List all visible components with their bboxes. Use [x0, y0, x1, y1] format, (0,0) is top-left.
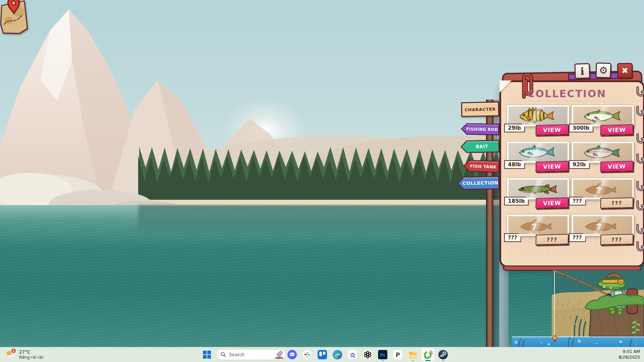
taskbar-app-slack[interactable] — [301, 348, 314, 361]
sign-post — [486, 100, 493, 347]
fish-weight-tag: 300lb — [569, 124, 593, 132]
windows-logo-icon — [203, 350, 211, 359]
clock-date: 8/28/2025 — [619, 355, 640, 360]
fish-hook-icon — [635, 200, 644, 213]
photoshop-icon: Ps — [378, 350, 387, 359]
bubble — [548, 343, 550, 345]
fish-photo-pike — [507, 178, 569, 199]
gear-icon: ⚙ — [599, 65, 608, 76]
fish-photo-amberjack — [572, 105, 634, 126]
fishing-game-icon — [423, 350, 433, 360]
bubble — [620, 341, 622, 343]
view-button[interactable]: VIEW — [536, 124, 569, 135]
fish-weight-tag: 48lb — [504, 160, 525, 169]
taskbar-app-file-explorer[interactable] — [406, 348, 420, 361]
fish-photo-mackerel — [507, 141, 569, 163]
question-icon: ? — [596, 222, 601, 232]
bobber-icon — [552, 335, 557, 343]
locked-button[interactable]: ??? — [600, 197, 634, 208]
view-button[interactable]: VIEW — [536, 161, 569, 172]
collection-panel: COLLECTION — [499, 80, 644, 267]
view-button[interactable]: VIEW — [536, 197, 569, 208]
tab-collection[interactable]: COLLECTION — [458, 176, 500, 190]
taskbar-app-chatgpt[interactable] — [361, 348, 374, 361]
question-icon: ? — [531, 222, 537, 232]
fish-photo-perch — [507, 105, 569, 126]
tab-label: COLLECTION — [459, 180, 498, 186]
fish-photo-trout — [572, 141, 634, 163]
search-placeholder: Search — [229, 352, 274, 357]
chatgpt-icon — [363, 350, 373, 360]
fish-hook-icon — [635, 181, 644, 194]
tab-label: CHARACTER — [465, 107, 496, 112]
fish-card-locked: ? ??? ??? — [507, 215, 569, 247]
taskbar-app-trello[interactable] — [316, 348, 329, 361]
taskbar-app-photoshop[interactable]: Ps — [376, 348, 389, 361]
tab-character[interactable]: CHARACTER — [461, 102, 499, 117]
fish-weight-tag: 29lb — [504, 124, 525, 132]
slack-icon — [302, 350, 312, 360]
bubble — [541, 343, 542, 344]
settings-button[interactable]: ⚙ — [595, 62, 611, 78]
taskbar-app-steam[interactable] — [436, 348, 450, 361]
taskbar: 3 27°C Nắng rải rác Search — [0, 347, 644, 362]
fish-card: 300lb VIEW — [572, 105, 634, 137]
weather-condition: Nắng rải rác — [19, 355, 44, 360]
taskbar-app-fishing-game[interactable] — [421, 348, 435, 361]
running-indicator — [442, 360, 444, 361]
fish-weight-tag: 92lb — [569, 160, 590, 169]
fish-photo-unknown: ? — [507, 215, 569, 236]
steam-icon — [438, 350, 448, 360]
panel-gap-shadow — [493, 100, 499, 347]
map-button[interactable] — [0, 0, 28, 35]
svg-text:Ps: Ps — [380, 353, 385, 357]
view-button[interactable]: VIEW — [600, 124, 634, 135]
taskbar-app-edge[interactable] — [331, 348, 344, 361]
notification-badge: 3 — [11, 348, 16, 353]
discord-icon — [287, 350, 297, 360]
active-indicator — [425, 360, 431, 361]
location-pin-icon — [6, 0, 21, 16]
weather-widget[interactable]: 3 27°C Nắng rải rác — [3, 348, 46, 361]
taskbar-app-clickup[interactable] — [346, 348, 359, 361]
tab-label: FISH TANK — [466, 163, 496, 169]
fish-hook-icon — [635, 241, 644, 254]
locked-button[interactable]: ??? — [536, 234, 569, 245]
trello-icon — [318, 350, 327, 359]
fish-hook-icon — [635, 154, 644, 166]
tab-label: FISHING ROD — [462, 127, 498, 132]
fish-card-locked: ? ??? ??? — [572, 178, 634, 210]
fisherman-scene — [552, 270, 644, 337]
fish-weight-tag: ??? — [569, 233, 586, 242]
start-button[interactable] — [202, 350, 212, 360]
search-input[interactable]: Search — [216, 349, 286, 360]
scene-gap-strip-lower — [499, 267, 508, 347]
search-highlight-bird-icon — [274, 350, 284, 359]
fish-hook-icon — [635, 86, 644, 99]
weather-temp: 27°C — [19, 349, 44, 355]
view-button[interactable]: VIEW — [600, 161, 634, 172]
locked-button[interactable]: ??? — [600, 234, 634, 245]
taskbar-app-p[interactable]: P — [391, 348, 405, 361]
running-indicator — [382, 360, 384, 361]
close-button[interactable]: ✖ — [617, 63, 633, 79]
clock-time: 9:01 AM — [619, 349, 640, 355]
svg-text:P: P — [396, 352, 400, 358]
clickup-icon — [348, 350, 357, 359]
search-icon — [221, 352, 226, 357]
weather-icon: 3 — [5, 349, 16, 360]
bubble — [578, 340, 581, 343]
tab-fishing-rod[interactable]: FISHING ROD — [461, 123, 500, 135]
info-button[interactable]: i — [574, 63, 590, 79]
fish-hook-icon — [635, 224, 644, 237]
panel-title: COLLECTION — [509, 88, 624, 100]
taskbar-app-discord[interactable] — [285, 348, 299, 361]
tab-label: BAIT — [472, 144, 488, 149]
tree-reflection — [138, 205, 505, 234]
fish-photo-unknown: ? — [572, 178, 634, 199]
file-explorer-icon — [408, 350, 418, 360]
tab-bait[interactable]: BAIT — [461, 140, 500, 153]
taskbar-clock[interactable]: 9:01 AM 8/28/2025 — [619, 349, 640, 360]
close-icon: ✖ — [622, 66, 629, 75]
tab-fish-tank[interactable]: FISH TANK — [463, 160, 499, 173]
